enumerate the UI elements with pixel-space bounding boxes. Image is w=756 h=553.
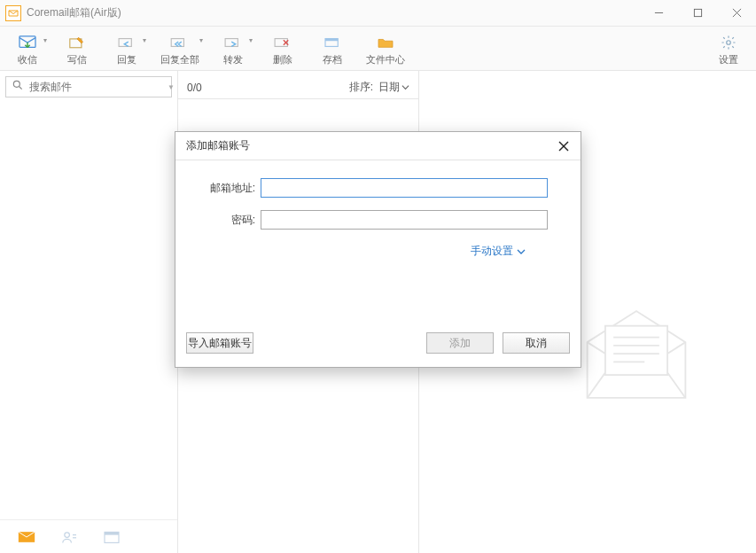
- reply-label: 回复: [117, 53, 136, 66]
- email-input[interactable]: [261, 178, 548, 198]
- chevron-down-icon: ▾: [143, 36, 146, 44]
- svg-rect-1: [694, 9, 701, 16]
- email-label: 邮箱地址:: [175, 181, 261, 196]
- folder-icon: [377, 34, 394, 51]
- delete-icon: [273, 34, 292, 51]
- reply-icon: [117, 34, 136, 51]
- cancel-label: 取消: [526, 336, 547, 351]
- maximize-button[interactable]: [678, 0, 717, 27]
- sort-value: 日期: [378, 80, 400, 95]
- delete-button[interactable]: 删除: [259, 30, 307, 69]
- bottom-tab-calendar[interactable]: [103, 530, 121, 544]
- settings-button[interactable]: 设置: [705, 30, 752, 69]
- download-icon: [18, 34, 37, 51]
- chevron-down-icon: [517, 247, 526, 256]
- close-button[interactable]: [717, 0, 756, 27]
- svg-rect-21: [605, 326, 667, 375]
- search-box[interactable]: ▼: [5, 76, 172, 97]
- manual-settings-label: 手动设置: [471, 244, 513, 259]
- list-count: 0/0: [187, 82, 349, 94]
- svg-rect-11: [325, 38, 338, 41]
- search-input[interactable]: [27, 80, 164, 94]
- chevron-down-icon: ▾: [43, 36, 47, 44]
- compose-button[interactable]: 写信: [53, 30, 101, 69]
- password-input[interactable]: [261, 210, 548, 230]
- archive-icon: [323, 34, 341, 51]
- app-icon: [5, 5, 21, 21]
- reply-all-icon: [169, 34, 191, 51]
- import-label: 导入邮箱账号: [188, 336, 252, 351]
- file-center-label: 文件中心: [366, 53, 405, 66]
- dialog-close-button[interactable]: [554, 136, 573, 156]
- add-label: 添加: [449, 336, 471, 351]
- svg-point-16: [65, 532, 70, 537]
- svg-point-12: [727, 40, 731, 44]
- svg-rect-20: [105, 532, 119, 534]
- delete-label: 删除: [273, 53, 292, 66]
- bottom-tab-mail[interactable]: [18, 530, 35, 544]
- settings-label: 设置: [719, 53, 738, 66]
- import-account-button[interactable]: 导入邮箱账号: [186, 332, 253, 354]
- minimize-button[interactable]: [639, 0, 678, 27]
- sort-dropdown[interactable]: 日期: [378, 80, 409, 95]
- archive-button[interactable]: 存档: [308, 30, 356, 69]
- reply-all-label: 回复全部: [160, 53, 199, 66]
- forward-button[interactable]: ▾ 转发: [209, 30, 257, 69]
- file-center-button[interactable]: 文件中心: [358, 30, 413, 69]
- archive-label: 存档: [323, 53, 342, 66]
- gear-icon: [721, 34, 737, 51]
- dialog-title: 添加邮箱账号: [186, 138, 554, 153]
- svg-point-13: [13, 81, 19, 87]
- cancel-button[interactable]: 取消: [503, 332, 570, 354]
- bottom-tab-contacts[interactable]: [60, 530, 78, 544]
- search-icon: [12, 79, 24, 95]
- receive-label: 收信: [18, 53, 37, 66]
- reply-button[interactable]: ▾ 回复: [103, 30, 151, 69]
- window-title: Coremail邮箱(Air版): [27, 5, 121, 20]
- forward-icon: [223, 34, 243, 51]
- chevron-down-icon: [401, 83, 409, 91]
- chevron-down-icon: ▾: [199, 36, 203, 44]
- svg-line-14: [19, 87, 22, 90]
- manual-settings-link[interactable]: 手动设置: [471, 244, 526, 259]
- add-button[interactable]: 添加: [426, 332, 494, 354]
- sort-label: 排序:: [349, 80, 373, 95]
- add-account-dialog: 添加邮箱账号 邮箱地址: 密码: 手动设置 导入邮箱账号 添加 取消: [175, 131, 581, 368]
- chevron-down-icon: ▾: [249, 36, 253, 44]
- reply-all-button[interactable]: ▾ 回复全部: [152, 30, 207, 69]
- password-label: 密码:: [175, 213, 261, 228]
- compose-icon: [68, 34, 86, 51]
- compose-label: 写信: [67, 53, 87, 66]
- svg-rect-8: [225, 38, 238, 46]
- envelope-placeholder-icon: [579, 301, 694, 411]
- chevron-down-icon[interactable]: ▼: [168, 83, 175, 91]
- receive-button[interactable]: ▾ 收信: [4, 30, 51, 69]
- forward-label: 转发: [223, 53, 243, 66]
